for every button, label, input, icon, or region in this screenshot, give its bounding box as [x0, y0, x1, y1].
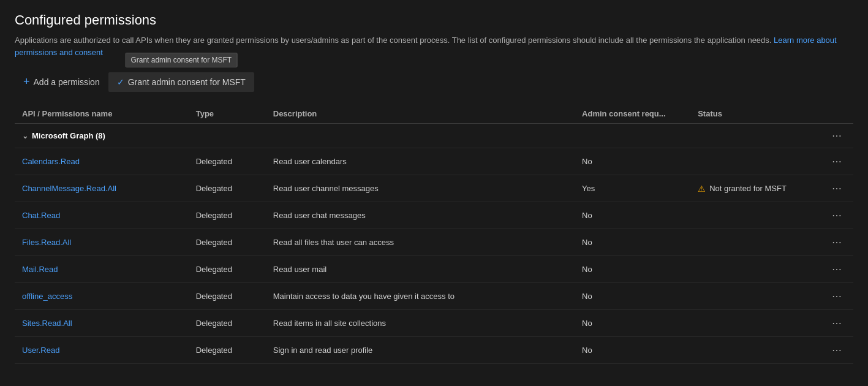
warning-icon: ⚠	[698, 184, 706, 194]
col-header-description: Description	[266, 104, 575, 124]
permission-type: Delegated	[189, 310, 266, 337]
group-row[interactable]: ⌄ Microsoft Graph (8) ⋯	[15, 124, 853, 148]
check-icon: ✓	[117, 77, 124, 87]
permission-description: Read user channel messages	[266, 175, 575, 202]
add-permission-button[interactable]: + Add a permission	[15, 70, 108, 93]
col-header-name: API / Permissions name	[15, 104, 189, 124]
permission-name[interactable]: Calendars.Read	[22, 157, 80, 166]
permission-status	[690, 202, 819, 229]
group-more-button[interactable]: ⋯	[828, 129, 846, 143]
permission-description: Read user calendars	[266, 148, 575, 175]
table-row: Files.Read.All Delegated Read all files …	[15, 229, 853, 256]
permission-admin-consent: No	[575, 283, 690, 310]
table-row: Sites.Read.All Delegated Read items in a…	[15, 310, 853, 337]
permission-description: Sign in and read user profile	[266, 337, 575, 364]
chevron-down-icon: ⌄	[22, 132, 28, 140]
table-row: Mail.Read Delegated Read user mail No ⋯	[15, 256, 853, 283]
permission-description: Read user chat messages	[266, 202, 575, 229]
permission-admin-consent: No	[575, 148, 690, 175]
permission-more-button[interactable]: ⋯	[828, 316, 846, 330]
permission-name[interactable]: ChannelMessage.Read.All	[22, 184, 116, 193]
permission-admin-consent: No	[575, 337, 690, 364]
permission-status	[690, 256, 819, 283]
permission-status	[690, 337, 819, 364]
permission-status	[690, 283, 819, 310]
permission-description: Read user mail	[266, 256, 575, 283]
col-header-type: Type	[189, 104, 266, 124]
table-row: offline_access Delegated Maintain access…	[15, 283, 853, 310]
group-name: Microsoft Graph (8)	[32, 131, 105, 140]
grant-consent-label: Grant admin consent for MSFT	[128, 77, 246, 87]
table-header-row: API / Permissions name Type Description …	[15, 104, 853, 124]
col-header-admin-consent: Admin consent requ...	[575, 104, 690, 124]
permission-status	[690, 229, 819, 256]
table-row: User.Read Delegated Sign in and read use…	[15, 337, 853, 364]
table-row: Calendars.Read Delegated Read user calen…	[15, 148, 853, 175]
table-row: ChannelMessage.Read.All Delegated Read u…	[15, 175, 853, 202]
col-header-status: Status	[690, 104, 819, 124]
permission-type: Delegated	[189, 337, 266, 364]
permissions-table: API / Permissions name Type Description …	[15, 104, 853, 364]
toolbar: + Add a permission Grant admin consent f…	[15, 70, 853, 93]
status-text: Not granted for MSFT	[709, 184, 787, 193]
permission-status	[690, 310, 819, 337]
permission-type: Delegated	[189, 256, 266, 283]
permission-type: Delegated	[189, 283, 266, 310]
permission-admin-consent: No	[575, 256, 690, 283]
permission-more-button[interactable]: ⋯	[828, 208, 846, 222]
permission-more-button[interactable]: ⋯	[828, 235, 846, 249]
add-permission-label: Add a permission	[34, 77, 100, 87]
permission-more-button[interactable]: ⋯	[828, 154, 846, 168]
permission-name[interactable]: Sites.Read.All	[22, 319, 72, 328]
permission-description: Maintain access to data you have given i…	[266, 283, 575, 310]
permission-more-button[interactable]: ⋯	[828, 181, 846, 195]
permission-type: Delegated	[189, 202, 266, 229]
plus-icon: +	[23, 75, 30, 88]
permission-name[interactable]: Files.Read.All	[22, 238, 71, 247]
permission-type: Delegated	[189, 175, 266, 202]
permission-more-button[interactable]: ⋯	[828, 262, 846, 276]
permission-admin-consent: No	[575, 310, 690, 337]
grant-consent-button[interactable]: Grant admin consent for MSFT ✓ Grant adm…	[108, 72, 254, 92]
permission-admin-consent: No	[575, 229, 690, 256]
permission-admin-consent: No	[575, 202, 690, 229]
permission-more-button[interactable]: ⋯	[828, 343, 846, 357]
table-row: Chat.Read Delegated Read user chat messa…	[15, 202, 853, 229]
page-title: Configured permissions	[15, 12, 853, 28]
permission-status: ⚠Not granted for MSFT	[690, 175, 819, 202]
permission-status	[690, 148, 819, 175]
page-description: Applications are authorized to call APIs…	[15, 34, 853, 58]
permission-name[interactable]: offline_access	[22, 292, 72, 301]
col-header-actions	[819, 104, 853, 124]
permission-name[interactable]: Mail.Read	[22, 265, 58, 274]
permission-description: Read all files that user can access	[266, 229, 575, 256]
permission-name[interactable]: User.Read	[22, 346, 59, 355]
permission-more-button[interactable]: ⋯	[828, 289, 846, 303]
permission-name[interactable]: Chat.Read	[22, 211, 60, 220]
permission-type: Delegated	[189, 148, 266, 175]
permission-type: Delegated	[189, 229, 266, 256]
permission-admin-consent: Yes	[575, 175, 690, 202]
permission-description: Read items in all site collections	[266, 310, 575, 337]
